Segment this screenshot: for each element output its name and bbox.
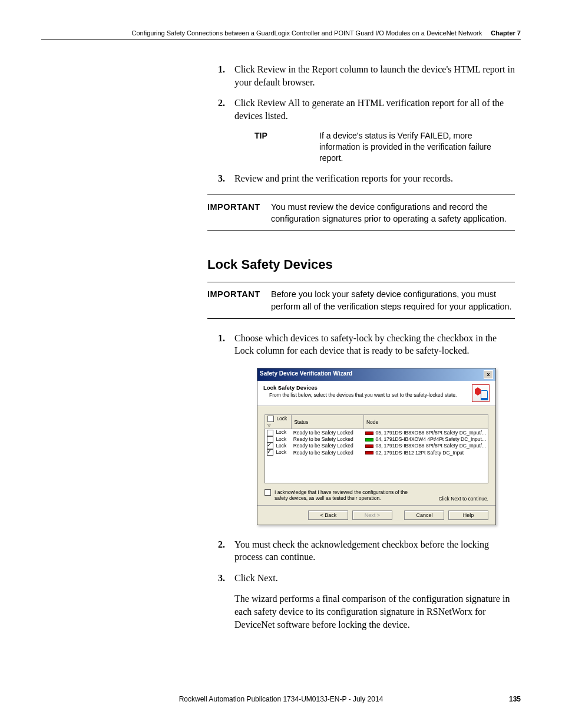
lock-shield-icon — [472, 384, 490, 402]
col-node[interactable]: Node — [363, 415, 488, 429]
module-icon — [365, 451, 373, 454]
close-icon[interactable]: x — [484, 370, 493, 379]
step-text: Click Review in the Report column to lau… — [234, 63, 515, 88]
step-text: Review and print the verification report… — [234, 172, 515, 185]
continue-hint: Click Next to continue. — [438, 496, 488, 502]
step-text: Click Next. — [234, 572, 515, 585]
tip-text: If a device's status is Verify FAILED, m… — [319, 130, 515, 164]
important-box: IMPORTANT Before you lock your safety de… — [207, 282, 515, 319]
running-head-title: Configuring Safety Connections between a… — [131, 29, 482, 37]
page-number: 135 — [509, 695, 521, 703]
step-item: 3. Review and print the verification rep… — [218, 172, 515, 185]
module-icon — [365, 431, 373, 435]
step-item: 2. Click Review All to generate an HTML … — [218, 97, 515, 122]
wizard-title-text: Safety Device Verification Wizard — [260, 370, 352, 379]
module-icon — [365, 438, 373, 442]
step-item: 1. Choose which devices to safety-lock b… — [218, 332, 515, 357]
table-row[interactable]: Lock Ready to be Safety Locked 05, 1791D… — [265, 429, 488, 436]
important-label: IMPORTANT — [207, 201, 271, 225]
step-number: 2. — [218, 538, 234, 564]
step-number: 1. — [218, 63, 234, 88]
wizard-device-table: Lock ▽ Status Node Lock Ready to be Safe… — [265, 414, 488, 483]
wizard-button-bar: < Back Next > Cancel Help — [257, 505, 495, 525]
section-heading: Lock Safety Devices — [207, 257, 515, 272]
step-number: 3. — [218, 172, 234, 185]
table-row[interactable]: Lock Ready to be Safety Locked 04, 1791D… — [265, 436, 488, 443]
checkbox-icon[interactable] — [267, 436, 273, 443]
acknowledge-row[interactable]: I acknowledge that I have reviewed the c… — [265, 489, 410, 501]
step-number: 3. — [218, 572, 234, 585]
footer: Rockwell Automation Publication 1734-UM0… — [41, 695, 521, 703]
table-row[interactable]: Lock Ready to be Safety Locked 02, 1791D… — [265, 449, 488, 456]
acknowledge-text: I acknowledge that I have reviewed the c… — [275, 489, 410, 501]
checkbox-icon[interactable] — [267, 430, 273, 436]
important-text: You must review the device configuration… — [271, 201, 515, 225]
wizard-titlebar: Safety Device Verification Wizard x — [257, 368, 495, 381]
step-text: You must check the acknowledgement check… — [234, 538, 515, 564]
running-head-chapter: Chapter 7 — [491, 29, 521, 37]
tip-row: TIP If a device's status is Verify FAILE… — [254, 130, 515, 164]
follow-paragraph: The wizard performs a final comparison o… — [234, 592, 515, 631]
wizard-header: Lock Safety Devices From the list below,… — [257, 381, 495, 406]
cancel-button[interactable]: Cancel — [404, 510, 444, 520]
important-box: IMPORTANT You must review the device con… — [207, 195, 515, 232]
next-button[interactable]: Next > — [352, 510, 392, 520]
wizard-screenshot: Safety Device Verification Wizard x Lock… — [257, 368, 515, 525]
step-text: Click Review All to generate an HTML ver… — [234, 97, 515, 122]
module-icon — [365, 444, 373, 448]
checkbox-icon[interactable] — [265, 489, 271, 496]
step-text: Choose which devices to safety-lock by c… — [234, 332, 515, 357]
help-button[interactable]: Help — [448, 510, 488, 520]
checkbox-icon[interactable] — [267, 449, 273, 456]
steps-list-a: 1. Click Review in the Report column to … — [218, 63, 515, 122]
important-text: Before you lock your safety device confi… — [271, 288, 515, 312]
back-button[interactable]: < Back — [308, 510, 348, 520]
tip-label: TIP — [254, 130, 319, 164]
steps-list-b-cont: 2. You must check the acknowledgement ch… — [218, 538, 515, 585]
step-item: 3. Click Next. — [218, 572, 515, 585]
col-status[interactable]: Status — [292, 415, 364, 429]
step-number: 2. — [218, 97, 234, 122]
wizard-head-sub: From the list below, select the devices … — [269, 392, 458, 398]
step-item: 2. You must check the acknowledgement ch… — [218, 538, 515, 564]
important-label: IMPORTANT — [207, 288, 271, 312]
wizard-head-title: Lock Safety Devices — [263, 384, 458, 391]
steps-list-a-cont: 3. Review and print the verification rep… — [218, 172, 515, 185]
step-number: 1. — [218, 332, 234, 357]
step-item: 1. Click Review in the Report column to … — [218, 63, 515, 88]
table-row[interactable]: Lock Ready to be Safety Locked 03, 1791D… — [265, 443, 488, 449]
col-lock[interactable]: Lock ▽ — [265, 415, 292, 429]
checkbox-icon[interactable] — [267, 443, 273, 449]
checkbox-icon[interactable] — [267, 416, 274, 422]
running-head: Configuring Safety Connections between a… — [41, 29, 521, 39]
publication-info: Rockwell Automation Publication 1734-UM0… — [179, 695, 384, 703]
steps-list-b: 1. Choose which devices to safety-lock b… — [218, 332, 515, 357]
